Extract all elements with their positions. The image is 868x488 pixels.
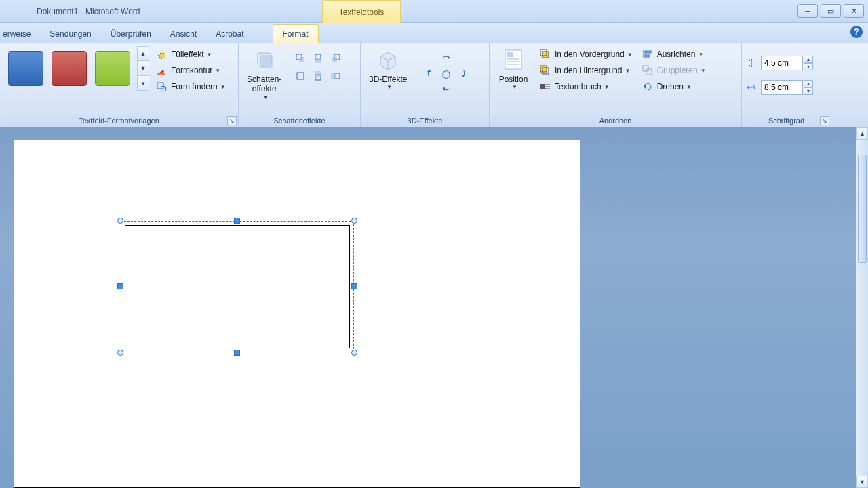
chevron-down-icon: ▼ [627,52,633,58]
shape-height-input[interactable] [761,56,803,70]
vertical-scrollbar[interactable]: ▲ ▼ [856,127,868,488]
shadow-effects-button[interactable]: Schatten- effekte ▼ [243,46,285,102]
tilt-reset[interactable] [438,65,454,81]
help-icon[interactable]: ? [850,26,863,38]
group-label: Gruppieren [657,66,698,75]
group-textbox-styles: ▲ ▼ ▾ Fülleffekt ▼ Formkontur ▼ [0,43,239,127]
gallery-scroll-up[interactable]: ▲ [137,46,149,61]
shadow-nudge-up[interactable] [310,50,326,66]
group-label: Textfeld-Formatvorlagen [4,115,234,127]
group-label: 3D-Effekte [365,115,485,127]
rotate-label: Drehen [657,82,684,92]
height-spin-down[interactable]: ▼ [804,63,813,70]
group-button[interactable]: Gruppieren ▼ [639,64,709,77]
shadow-effects-icon [252,47,277,72]
send-to-back-button[interactable]: In den Hintergrund ▼ [537,64,635,77]
chevron-down-icon: ▼ [512,84,517,91]
resize-handle-nw[interactable] [117,218,123,224]
style-swatch-blue[interactable] [8,51,43,86]
ribbon-tabs: erweise Sendungen Überprüfen Ansicht Acr… [0,23,868,43]
scroll-down-button[interactable]: ▼ [856,476,868,488]
chevron-down-icon: ▼ [625,68,630,74]
change-shape-button[interactable]: Form ändern ▼ [153,80,229,94]
chevron-down-icon: ▼ [215,68,220,74]
svg-rect-14 [297,73,304,79]
width-icon [746,82,757,93]
resize-handle-se[interactable] [351,350,357,356]
gallery-scroll-down[interactable]: ▼ [137,61,149,76]
text-wrap-label: Textumbruch [555,82,601,92]
shape-outline-label: Formkontur [171,66,212,75]
shadow-nudge-right[interactable] [328,68,344,84]
office-button[interactable] [3,0,34,23]
textbox-content[interactable] [125,225,350,348]
gallery-more[interactable]: ▾ [137,76,149,91]
contextual-tab-label: Textfeldtools [339,7,384,17]
paint-bucket-icon [156,49,167,60]
group-size: ▲ ▼ ▲ ▼ Schriftgrad ↘ [742,43,831,127]
tab-sendungen[interactable]: Sendungen [40,25,100,43]
tilt-left[interactable] [419,65,435,81]
tilt-right[interactable] [457,65,473,81]
height-spin-up[interactable]: ▲ [804,56,813,63]
group-label: Schriftgrad [746,115,827,127]
tilt-down[interactable] [438,83,454,99]
width-spin-down[interactable]: ▼ [804,87,813,95]
maximize-button[interactable]: ▭ [821,4,841,18]
change-shape-label: Form ändern [171,82,218,92]
svg-rect-1 [163,56,165,58]
scroll-up-button[interactable]: ▲ [856,127,868,140]
fill-effect-button[interactable]: Fülleffekt ▼ [153,47,229,61]
position-button[interactable]: Position ▼ [494,46,533,92]
tab-ansicht[interactable]: Ansicht [161,25,206,43]
tab-acrobat[interactable]: Acrobat [206,25,253,43]
minimize-button[interactable]: ─ [797,4,818,18]
svg-rect-3 [157,73,165,75]
resize-handle-e[interactable] [351,283,357,289]
style-swatch-green[interactable] [95,51,130,86]
tilt-up[interactable] [438,47,454,64]
shape-outline-button[interactable]: Formkontur ▼ [153,64,229,77]
scroll-thumb[interactable] [858,155,867,263]
group-arrange: Position ▼ In den Vordergrund ▼ In den H… [490,43,742,127]
group-icon [642,65,653,76]
svg-rect-35 [540,84,545,89]
fill-effect-label: Fülleffekt [171,49,203,59]
svg-marker-21 [448,56,450,60]
svg-rect-18 [331,73,336,79]
shape-width-input[interactable] [761,80,803,95]
resize-handle-sw[interactable] [117,350,123,356]
shadow-nudge-upleft[interactable] [292,50,309,66]
rotate-button[interactable]: Drehen ▼ [639,80,709,94]
tab-verweise[interactable]: erweise [0,25,40,43]
shadow-nudge-down[interactable] [310,68,326,84]
style-gallery[interactable]: ▲ ▼ ▾ [4,46,149,91]
svg-marker-23 [443,70,450,79]
text-wrap-button[interactable]: Textumbruch ▼ [537,80,635,94]
selected-textbox[interactable] [121,221,354,352]
tab-ueberpruefen[interactable]: Überprüfen [101,25,161,43]
bring-to-front-button[interactable]: In den Vordergrund ▼ [537,47,635,61]
align-button[interactable]: Ausrichten ▼ [639,47,709,61]
chevron-down-icon: ▼ [387,84,392,91]
width-spin-up[interactable]: ▲ [804,80,813,87]
group-shadow-effects: Schatten- effekte ▼ Schatteneffekte [239,43,361,127]
resize-handle-w[interactable] [117,283,123,289]
group-label: Anordnen [494,115,737,127]
3d-effects-button[interactable]: 3D-Effekte ▼ [365,46,411,92]
chevron-down-icon: ▼ [686,84,692,90]
dialog-launcher-size[interactable]: ↘ [820,116,829,125]
shadow-toggle[interactable] [292,68,309,84]
3d-effects-label: 3D-Effekte [369,75,407,84]
resize-handle-s[interactable] [234,350,240,356]
resize-handle-ne[interactable] [351,218,357,224]
contextual-tab-group: Textfeldtools [322,0,401,23]
svg-marker-25 [443,87,445,91]
style-swatch-red[interactable] [52,51,87,86]
resize-handle-n[interactable] [234,218,240,224]
dialog-launcher-styles[interactable]: ↘ [227,116,237,125]
svg-rect-27 [507,52,513,57]
close-button[interactable]: ✕ [844,4,864,18]
tab-format[interactable]: Format [273,24,319,43]
shadow-nudge-upright[interactable] [328,50,344,66]
